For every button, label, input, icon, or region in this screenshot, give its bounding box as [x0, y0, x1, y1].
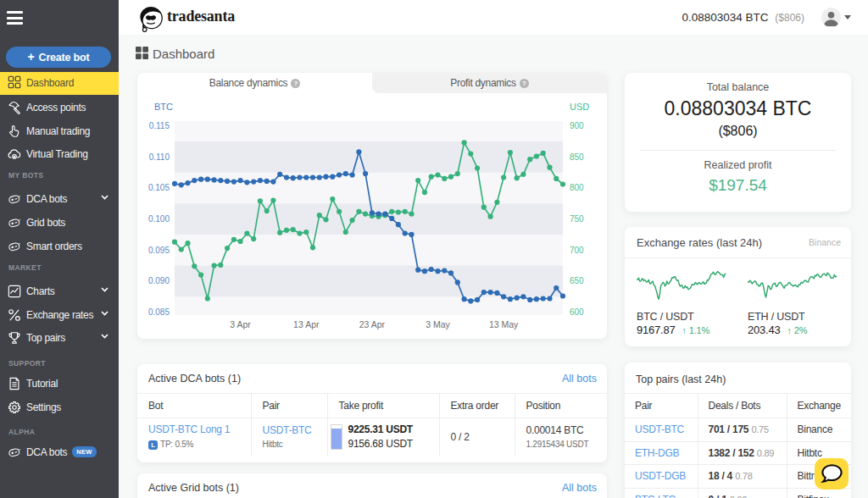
- svg-text:850: 850: [570, 152, 584, 162]
- svg-text:BTC: BTC: [154, 102, 173, 112]
- svg-text:3 Apr: 3 Apr: [230, 319, 251, 329]
- svg-text:800: 800: [570, 183, 584, 192]
- svg-text:0.110: 0.110: [149, 152, 170, 162]
- svg-text:900: 900: [570, 121, 584, 130]
- svg-text:650: 650: [570, 276, 584, 285]
- svg-text:600: 600: [570, 307, 584, 317]
- svg-text:13 May: 13 May: [489, 319, 519, 329]
- svg-text:0.115: 0.115: [149, 121, 170, 130]
- svg-text:3 May: 3 May: [426, 319, 450, 329]
- svg-text:13 Apr: 13 Apr: [293, 319, 320, 329]
- svg-text:23 Apr: 23 Apr: [359, 319, 386, 329]
- svg-text:0.090: 0.090: [148, 276, 170, 285]
- svg-text:0.100: 0.100: [148, 214, 170, 224]
- svg-text:0.085: 0.085: [148, 307, 170, 317]
- svg-text:750: 750: [570, 214, 584, 224]
- svg-text:0.105: 0.105: [148, 183, 170, 192]
- svg-text:USD: USD: [570, 102, 589, 112]
- svg-text:700: 700: [570, 246, 584, 255]
- svg-text:0.095: 0.095: [148, 246, 170, 255]
